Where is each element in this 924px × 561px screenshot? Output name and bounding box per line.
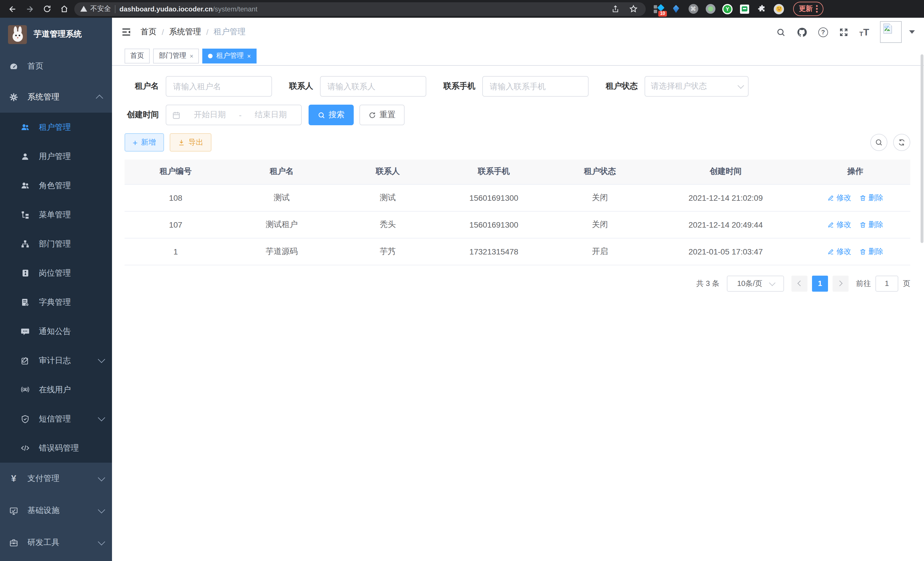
header-search-icon[interactable] <box>776 27 786 37</box>
browser-update-button[interactable]: 更新 <box>793 2 824 16</box>
sidebar-item-home[interactable]: 首页 <box>0 51 112 82</box>
prev-page-button[interactable] <box>791 275 807 291</box>
tenant-name-input[interactable] <box>166 76 272 97</box>
search-button[interactable]: 搜索 <box>309 105 354 125</box>
cell-contact: 芋艿 <box>337 238 439 265</box>
extension-puzzle-icon[interactable] <box>757 4 767 14</box>
export-button[interactable]: 导出 <box>170 133 212 152</box>
sidebar-item-post-management[interactable]: 岗位管理 <box>0 259 112 288</box>
role-icon <box>21 181 30 190</box>
contact-input[interactable] <box>320 76 426 97</box>
sidebar-item-role-management[interactable]: 角色管理 <box>0 171 112 200</box>
sidebar-item-online-users[interactable]: 在线用户 <box>0 375 112 404</box>
edit-link[interactable]: 修改 <box>827 193 851 203</box>
delete-link[interactable]: 删除 <box>860 219 884 230</box>
next-page-button[interactable] <box>832 275 849 291</box>
tabs-bar: 首页 部门管理 × 租户管理 × <box>112 46 924 66</box>
tab-label: 首页 <box>130 51 144 61</box>
sidebar-item-notice[interactable]: 通知公告 <box>0 317 112 346</box>
github-icon[interactable] <box>796 27 807 38</box>
sidebar-item-menu-management[interactable]: 菜单管理 <box>0 200 112 229</box>
status-select-placeholder: 请选择租户状态 <box>651 81 707 92</box>
page-content: 租户名 联系人 联系手机 租户状态 请选择 <box>112 66 924 561</box>
scrollbar-thumb[interactable] <box>921 54 923 243</box>
browser-forward-button[interactable] <box>23 2 37 16</box>
breadcrumb-item-system[interactable]: 系统管理 <box>169 27 201 37</box>
tab-home[interactable]: 首页 <box>124 48 150 63</box>
sidebar-item-system-management[interactable]: 系统管理 <box>0 82 112 113</box>
url-path: /system/tenant <box>213 5 257 13</box>
extension-icon-1[interactable]: 10 <box>654 4 664 14</box>
app-logo[interactable]: 芋道管理系统 <box>0 18 112 51</box>
page-size-select[interactable]: 10条/页 <box>727 275 784 291</box>
add-button-label: 新增 <box>141 137 156 147</box>
extension-icon-5[interactable]: Y <box>722 4 733 14</box>
sidebar-fold-button[interactable] <box>121 27 131 37</box>
trash-icon <box>860 194 866 201</box>
edit-pencil-icon <box>827 194 834 201</box>
mobile-label: 联系手机 <box>443 81 476 92</box>
refresh-table-button[interactable] <box>893 134 910 151</box>
help-icon[interactable]: ? <box>818 27 828 37</box>
search-icon <box>318 111 325 119</box>
tab-close-icon[interactable]: × <box>247 52 251 59</box>
date-end-placeholder: 结束日期 <box>246 110 296 120</box>
sidebar-item-audit-log[interactable]: 审计日志 <box>0 346 112 375</box>
sidebar-item-user-management[interactable]: 用户管理 <box>0 142 112 171</box>
sidebar-item-dept-management[interactable]: 部门管理 <box>0 229 112 259</box>
address-bar[interactable]: 不安全 dashboard.yudao.iocoder.cn/system/te… <box>74 2 646 16</box>
edit-link[interactable]: 修改 <box>827 246 851 256</box>
sidebar-item-dev-tools[interactable]: 研发工具 <box>0 527 112 559</box>
reset-button[interactable]: 重置 <box>359 105 405 125</box>
sidebar-item-infrastructure[interactable]: 基础设施 <box>0 495 112 527</box>
goto-page-input[interactable] <box>875 275 898 291</box>
browser-home-button[interactable] <box>57 2 71 16</box>
date-range-picker[interactable]: 开始日期 - 结束日期 <box>166 105 302 125</box>
bookmark-star-icon[interactable] <box>626 2 640 16</box>
cell-contact: 测试 <box>337 184 439 211</box>
delete-link[interactable]: 删除 <box>860 193 884 203</box>
export-button-label: 导出 <box>189 137 203 147</box>
font-size-icon[interactable]: TT <box>860 27 869 37</box>
sidebar-item-sms-management[interactable]: 短信管理 <box>0 404 112 433</box>
extension-icon-6[interactable] <box>740 4 750 14</box>
sidebar-item-label: 短信管理 <box>39 414 71 424</box>
browser-back-button[interactable] <box>6 2 20 16</box>
sidebar-item-label: 研发工具 <box>27 538 59 548</box>
fullscreen-icon[interactable] <box>839 27 849 37</box>
extension-icon-2[interactable] <box>671 4 681 14</box>
screen: 不安全 dashboard.yudao.iocoder.cn/system/te… <box>0 0 924 561</box>
sidebar-item-error-code[interactable]: 错误码管理 <box>0 433 112 463</box>
sidebar-item-dict-management[interactable]: 字典管理 <box>0 288 112 317</box>
contact-label: 联系人 <box>289 81 313 92</box>
url-text[interactable]: dashboard.yudao.iocoder.cn/system/tenant <box>119 5 257 13</box>
breadcrumb-item-home[interactable]: 首页 <box>141 27 157 37</box>
mobile-input[interactable] <box>482 76 589 97</box>
avatar[interactable] <box>880 21 902 43</box>
calendar-icon <box>172 111 181 119</box>
extension-emoji-icon[interactable] <box>774 4 784 14</box>
sidebar-item-label: 在线用户 <box>39 385 71 395</box>
current-page[interactable]: 1 <box>812 275 828 291</box>
post-badge-icon <box>21 268 30 278</box>
sidebar-item-label: 支付管理 <box>27 474 59 484</box>
sidebar-item-payment[interactable]: ¥ 支付管理 <box>0 463 112 495</box>
tab-tenant-management[interactable]: 租户管理 × <box>202 48 256 63</box>
share-icon[interactable] <box>609 2 622 16</box>
extension-icon-3[interactable]: ⌘ <box>688 4 698 14</box>
toggle-search-button[interactable] <box>870 134 887 151</box>
avatar-dropdown-caret[interactable] <box>909 30 915 34</box>
add-button[interactable]: + 新增 <box>124 133 164 152</box>
tab-close-icon[interactable]: × <box>190 52 194 59</box>
browser-reload-button[interactable] <box>40 2 54 16</box>
security-warning[interactable]: 不安全 <box>80 4 111 14</box>
tab-dept-management[interactable]: 部门管理 × <box>153 48 199 63</box>
status-select[interactable]: 请选择租户状态 <box>645 76 748 97</box>
goto-label: 前往 <box>856 278 871 289</box>
sidebar-item-tenant-management[interactable]: 租户管理 <box>0 113 112 142</box>
edit-link[interactable]: 修改 <box>827 219 851 230</box>
column-header-status: 租户状态 <box>549 159 651 184</box>
delete-link[interactable]: 删除 <box>860 246 884 256</box>
extension-icon-4[interactable] <box>705 4 716 14</box>
tenant-table: 租户编号 租户名 联系人 联系手机 租户状态 创建时间 操作 108 测试 <box>124 159 910 265</box>
